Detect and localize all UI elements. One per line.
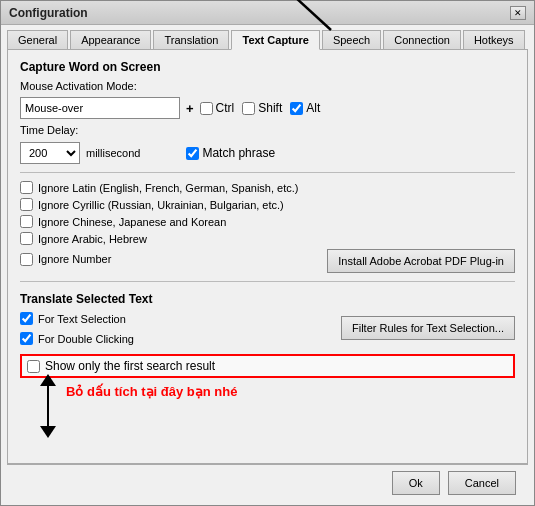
ignore-cyrillic-checkbox[interactable] [20, 198, 33, 211]
window-title: Configuration [9, 6, 88, 20]
tab-speech[interactable]: Speech [322, 30, 381, 50]
tab-connection[interactable]: Connection [383, 30, 461, 50]
ignore-arabic-checkbox[interactable] [20, 232, 33, 245]
ctrl-checkbox[interactable] [200, 102, 213, 115]
separator2 [20, 281, 515, 282]
ctrl-shift-alt-row: Ctrl Shift Alt [200, 101, 321, 115]
time-controls-row: 200 100 300 500 millisecond Match phrase [20, 142, 515, 164]
ignore-number-row: Ignore Number [20, 253, 111, 266]
show-first-result-checkbox[interactable] [27, 360, 40, 373]
mouse-activation-select[interactable]: Mouse-over Click Double-click [20, 97, 180, 119]
filter-btn-area: Filter Rules for Text Selection... [341, 316, 515, 340]
plus-sign: + [186, 101, 194, 116]
match-phrase-checkbox[interactable] [186, 147, 199, 160]
install-pdf-button[interactable]: Install Adobe Acrobat PDF Plug-in [327, 249, 515, 273]
time-delay-row: Time Delay: [20, 124, 515, 136]
translate-section: Translate Selected Text For Text Selecti… [20, 292, 515, 438]
mouse-activation-wrapper: Mouse-over Click Double-click [20, 97, 180, 119]
tab-appearance[interactable]: Appearance [70, 30, 151, 50]
time-delay-select[interactable]: 200 100 300 500 [20, 142, 80, 164]
shift-check-label: Shift [242, 101, 282, 115]
ignore-arabic-row: Ignore Arabic, Hebrew [20, 232, 515, 245]
ignore-chinese-checkbox[interactable] [20, 215, 33, 228]
tab-text-capture[interactable]: Text Capture [231, 30, 319, 50]
alt-check-label: Alt [290, 101, 320, 115]
for-double-clicking-row: For Double Clicking [20, 332, 134, 345]
annotation-text: Bỏ dấu tích tại đây bạn nhé [66, 384, 237, 401]
mouse-activation-row: Mouse Activation Mode: [20, 80, 515, 92]
bottom-bar: Ok Cancel [7, 464, 528, 501]
ignore-arabic-label: Ignore Arabic, Hebrew [38, 233, 147, 245]
ignore-cyrillic-label: Ignore Cyrillic (Russian, Ukrainian, Bul… [38, 199, 284, 211]
ignore-chinese-label: Ignore Chinese, Japanese and Korean [38, 216, 226, 228]
capture-word-title: Capture Word on Screen [20, 60, 515, 74]
tab-hotkeys[interactable]: Hotkeys [463, 30, 525, 50]
shift-checkbox[interactable] [242, 102, 255, 115]
for-text-selection-label: For Text Selection [38, 313, 126, 325]
for-text-selection-row: For Text Selection [20, 312, 134, 325]
ignore-latin-row: Ignore Latin (English, French, German, S… [20, 181, 515, 194]
ignore-number-install-row: Ignore Number Install Adobe Acrobat PDF … [20, 249, 515, 273]
mouse-activation-label: Mouse Activation Mode: [20, 80, 137, 92]
alt-checkbox[interactable] [290, 102, 303, 115]
mouse-activation-select-row: Mouse-over Click Double-click + Ctrl Shi… [20, 97, 515, 119]
millisecond-label: millisecond [86, 147, 140, 159]
show-first-result-highlighted-row: Show only the first search result [20, 354, 515, 378]
time-select-wrapper: 200 100 300 500 [20, 142, 80, 164]
tab-content: Capture Word on Screen Mouse Activation … [7, 49, 528, 464]
translate-title: Translate Selected Text [20, 292, 515, 306]
ignore-section: Ignore Latin (English, French, German, S… [20, 181, 515, 273]
show-first-result-label: Show only the first search result [45, 359, 215, 373]
ignore-chinese-row: Ignore Chinese, Japanese and Korean [20, 215, 515, 228]
shift-label: Shift [258, 101, 282, 115]
ctrl-check-label: Ctrl [200, 101, 235, 115]
ignore-number-checkbox[interactable] [20, 253, 33, 266]
filter-rules-button[interactable]: Filter Rules for Text Selection... [341, 316, 515, 340]
arrow-head-down [40, 426, 56, 438]
title-bar: Configuration ✕ [1, 1, 534, 25]
for-text-selection-checkbox[interactable] [20, 312, 33, 325]
for-double-clicking-label: For Double Clicking [38, 333, 134, 345]
match-phrase-label: Match phrase [186, 146, 275, 160]
separator1 [20, 172, 515, 173]
arrow-head-up [40, 374, 56, 386]
tab-general[interactable]: General [7, 30, 68, 50]
arrow-up [40, 374, 56, 438]
ignore-latin-label: Ignore Latin (English, French, German, S… [38, 182, 298, 194]
arrow-line [47, 386, 49, 426]
match-phrase-text: Match phrase [202, 146, 275, 160]
alt-label: Alt [306, 101, 320, 115]
translate-checkboxes-row: For Text Selection For Double Clicking F… [20, 312, 515, 348]
translate-checkboxes: For Text Selection For Double Clicking [20, 312, 134, 348]
ignore-latin-checkbox[interactable] [20, 181, 33, 194]
annotation-area: Bỏ dấu tích tại đây bạn nhé [20, 384, 515, 438]
tabs-row: General Appearance Translation Text Capt… [1, 25, 534, 49]
cancel-button[interactable]: Cancel [448, 471, 516, 495]
tab-translation[interactable]: Translation [153, 30, 229, 50]
for-double-clicking-checkbox[interactable] [20, 332, 33, 345]
time-delay-label: Time Delay: [20, 124, 78, 136]
ignore-cyrillic-row: Ignore Cyrillic (Russian, Ukrainian, Bul… [20, 198, 515, 211]
ignore-number-label: Ignore Number [38, 253, 111, 265]
ok-button[interactable]: Ok [392, 471, 440, 495]
close-button[interactable]: ✕ [510, 6, 526, 20]
title-bar-buttons: ✕ [510, 6, 526, 20]
ctrl-label: Ctrl [216, 101, 235, 115]
configuration-window: Configuration ✕ General Appearance Trans… [0, 0, 535, 506]
